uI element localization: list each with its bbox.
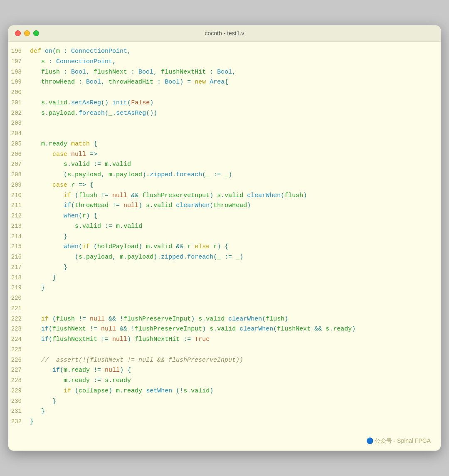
token: ( (52, 48, 56, 55)
token: . (221, 192, 224, 199)
token: foreach (176, 171, 202, 178)
token: valid (191, 387, 210, 395)
token: null (101, 326, 116, 333)
token: r (187, 243, 191, 250)
line-number: 209 (8, 180, 30, 190)
code-content: s.valid := m.valid (30, 222, 431, 232)
token: . (67, 99, 71, 106)
token: Bool (86, 79, 101, 86)
token: m (41, 141, 45, 148)
code-area: 196def on(m : ConnectionPoint,197 s : Co… (8, 42, 441, 434)
code-line: 217 } (8, 263, 441, 273)
token (30, 357, 41, 364)
code-content: (s.payload, m.payload).zipped.foreach(_ … (30, 252, 431, 263)
token: flushNextHit (52, 336, 97, 343)
token: ConnectionPoint (56, 58, 112, 65)
token: s (217, 192, 221, 199)
token: s (41, 58, 45, 65)
code-line: 200 (8, 88, 441, 98)
token: := (90, 161, 105, 168)
token: ) { (217, 243, 228, 250)
line-number: 214 (8, 232, 30, 242)
token: : (45, 58, 56, 65)
titlebar: cocotb - test1.v (8, 25, 441, 42)
token: flush (41, 69, 60, 76)
token: ) (202, 326, 210, 333)
token: valid (49, 99, 67, 106)
code-content: if (flush != null && flushPreserveInput)… (30, 191, 431, 201)
code-content: s.valid.setAsReg() init(False) (30, 98, 431, 109)
token (30, 110, 41, 117)
token: valid (123, 223, 142, 230)
token: case (52, 151, 71, 158)
token: Area (210, 79, 224, 86)
token: null (71, 151, 86, 158)
window: cocotb - test1.v 196def on(m : Connectio… (8, 25, 441, 451)
code-line: 216 (s.payload, m.payload).zipped.foreac… (8, 252, 441, 263)
token: if (64, 387, 75, 395)
token: m (105, 161, 109, 168)
token: , (101, 79, 109, 86)
token: ( (202, 171, 206, 178)
token: . (45, 141, 49, 148)
token: if (64, 192, 75, 199)
token: ( (60, 367, 64, 374)
token: if (52, 367, 60, 374)
token: payload (75, 171, 101, 178)
token: ) (239, 254, 243, 261)
token: ( (30, 254, 79, 261)
code-content: if (flush != null && !flushPreserveInput… (30, 314, 431, 325)
line-number: 216 (8, 252, 30, 262)
token: // assert(!(flushNext != null && flushPr… (41, 357, 243, 364)
line-number: 215 (8, 242, 30, 252)
code-content: def on(m : ConnectionPoint, (30, 47, 431, 57)
line-number: 204 (8, 129, 30, 138)
token: m (109, 171, 112, 178)
token: flush (79, 192, 97, 199)
line-number: 232 (8, 417, 30, 427)
close-button[interactable] (15, 30, 21, 36)
token: ) (210, 192, 217, 199)
minimize-button[interactable] (24, 30, 30, 36)
token: r (71, 182, 75, 189)
token: ) (191, 316, 198, 323)
line-number: 198 (8, 67, 30, 77)
maximize-button[interactable] (33, 30, 39, 36)
code-line: 213 s.valid := m.valid (8, 222, 441, 232)
token: flushPreserveInput (135, 326, 202, 333)
token: ) (109, 387, 116, 395)
token: ready (112, 377, 131, 384)
code-line: 197 s : ConnectionPoint, (8, 57, 441, 67)
code-content: } (30, 397, 431, 407)
token: ( (213, 254, 217, 261)
code-line: 209 case r => { (8, 180, 441, 191)
token: ) (284, 316, 288, 323)
code-content: when(if (holdPayload) m.valid && r else … (30, 242, 431, 252)
token: : (60, 48, 71, 55)
token: . (123, 254, 127, 261)
token: flushNext (94, 69, 127, 76)
code-line: 196def on(m : ConnectionPoint, (8, 47, 441, 57)
token (30, 182, 52, 189)
line-number: 207 (8, 160, 30, 169)
token: s (67, 171, 71, 178)
token: : (206, 69, 217, 76)
token: . (45, 110, 49, 117)
token: True (195, 336, 210, 343)
token: . (67, 367, 71, 374)
line-number: 228 (8, 376, 30, 385)
token: != (97, 336, 112, 343)
code-content: when(r) { (30, 211, 431, 222)
watermark: 🔵 公众号 · Spinal FPGA (8, 434, 441, 451)
token: Bool (138, 69, 153, 76)
code-line: 198 flush : Bool, flushNext : Bool, flus… (8, 67, 441, 78)
token: => (86, 151, 97, 158)
token (30, 202, 64, 209)
line-number: 225 (8, 345, 30, 355)
code-content: s : ConnectionPoint, (30, 57, 431, 67)
token: _ (206, 171, 210, 178)
token: valid (224, 192, 243, 199)
line-number: 229 (8, 386, 30, 396)
token: clearWhen (239, 326, 273, 333)
token: valid (153, 243, 172, 250)
